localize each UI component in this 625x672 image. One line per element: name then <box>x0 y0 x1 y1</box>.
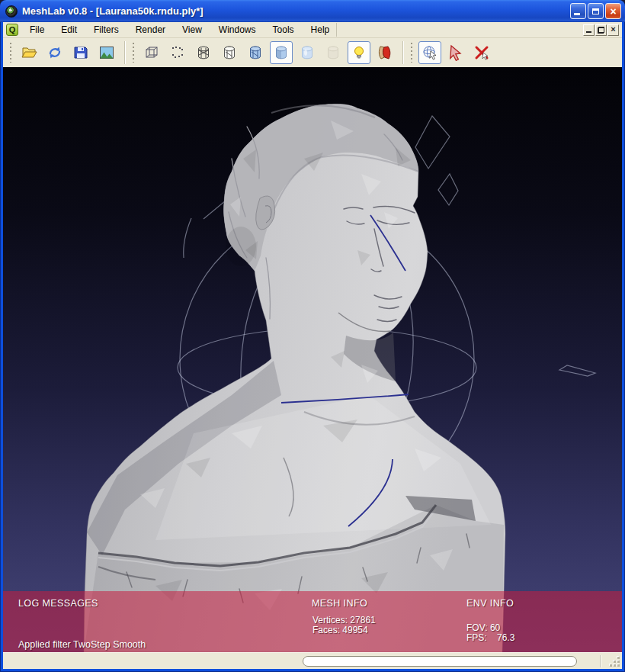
menu-filters[interactable]: Filters <box>85 23 127 37</box>
close-button[interactable]: × <box>605 3 621 19</box>
reload-mesh-button[interactable] <box>43 41 66 64</box>
open-folder-icon <box>21 44 37 61</box>
close-icon: × <box>610 6 616 17</box>
mdi-minimize-icon <box>586 31 591 33</box>
texture-icon <box>325 44 341 61</box>
delete-x-icon <box>473 44 490 61</box>
window-title: MeshLab v0.8 - [Laurana50k.rndu.ply*] <box>22 5 570 17</box>
progress-bar <box>303 656 577 667</box>
pick-arrow-icon <box>447 44 464 61</box>
trackball-handle-diamond <box>559 365 595 376</box>
mdi-restore-button[interactable] <box>595 24 607 36</box>
mesh-panel-title: MESH INFO <box>312 598 367 609</box>
light-toggle-button[interactable] <box>348 41 370 64</box>
snapshot-button[interactable] <box>95 41 118 64</box>
mesh-scene <box>3 67 622 652</box>
menu-edit[interactable]: Edit <box>53 23 85 37</box>
smooth-shading-icon <box>299 44 316 61</box>
flat-shading-mode-button[interactable] <box>270 41 293 64</box>
menu-render[interactable]: Render <box>127 23 174 37</box>
menu-file[interactable]: File <box>21 23 53 37</box>
trackball-manipulator-button[interactable] <box>418 41 441 64</box>
menu-help[interactable]: Help <box>303 23 338 37</box>
statusbar-separator <box>600 655 601 667</box>
maximize-icon <box>592 8 599 14</box>
menu-view[interactable]: View <box>174 23 210 37</box>
statusbar <box>3 652 622 669</box>
meshlab-window: MeshLab v0.8 - [Laurana50k.rndu.ply*] × … <box>0 0 625 672</box>
hidden-lines-icon <box>221 44 238 61</box>
meshlab-logo-icon <box>5 5 18 18</box>
mdi-close-icon: × <box>611 25 615 34</box>
maximize-button[interactable] <box>588 3 604 19</box>
reload-icon <box>46 44 63 61</box>
minimize-button[interactable] <box>570 3 586 19</box>
light-icon <box>351 44 367 61</box>
mdi-restore-icon <box>598 27 604 33</box>
bounding-box-mode-button[interactable] <box>140 41 163 64</box>
points-icon <box>169 44 186 61</box>
wireframe-icon <box>195 44 212 61</box>
delete-button[interactable] <box>470 41 493 64</box>
flat-lines-icon <box>247 44 264 61</box>
toolbar-drag-handle[interactable] <box>9 43 12 63</box>
toolbar-drag-handle[interactable] <box>132 43 135 63</box>
menubar: Q File Edit Filters Render View Windows … <box>3 22 622 38</box>
wireframe-mode-button[interactable] <box>192 41 215 64</box>
toolbar-separator <box>402 41 404 64</box>
pick-button[interactable] <box>444 41 467 64</box>
menu-tools[interactable]: Tools <box>264 23 303 37</box>
trackball-handle-diamond <box>415 116 450 169</box>
save-mesh-button[interactable] <box>69 41 92 64</box>
fov-value: FOV: 60 <box>466 622 500 633</box>
faces-count: Faces: 49954 <box>312 625 368 635</box>
menu-windows[interactable]: Windows <box>210 23 264 37</box>
mdi-close-button[interactable]: × <box>607 24 619 36</box>
toolbar <box>3 38 622 67</box>
open-mesh-button[interactable] <box>18 41 40 64</box>
flat-lines-mode-button[interactable] <box>244 41 267 64</box>
hidden-lines-mode-button[interactable] <box>218 41 241 64</box>
log-message: Applied filter TwoStep Smooth <box>18 639 146 650</box>
flat-shading-icon <box>273 44 290 61</box>
trackball-manipulator-icon <box>421 44 438 61</box>
toolbar-separator <box>124 41 126 64</box>
env-panel-title: ENV INFO <box>466 598 514 609</box>
texture-mode-button <box>322 41 345 64</box>
bounding-box-icon <box>143 44 160 61</box>
backface-culling-button[interactable] <box>373 41 396 64</box>
minimize-icon <box>574 13 580 15</box>
snapshot-icon <box>98 44 115 61</box>
backface-culling-icon <box>377 44 393 61</box>
fps-value: FPS: 76.3 <box>466 632 514 643</box>
viewport-3d[interactable]: LOG MESSAGES MESH INFO ENV INFO Vertices… <box>3 67 622 652</box>
smooth-shading-mode-button[interactable] <box>296 41 319 64</box>
save-floppy-icon <box>72 44 89 61</box>
log-panel-title: LOG MESSAGES <box>18 598 98 609</box>
vertices-count: Vertices: 27861 <box>312 615 376 625</box>
trackball-handle-diamond <box>438 174 458 205</box>
resize-grip-icon[interactable] <box>610 657 620 667</box>
document-icon[interactable]: Q <box>6 24 18 36</box>
points-mode-button[interactable] <box>166 41 189 64</box>
laurana-bust-mesh <box>84 104 505 652</box>
toolbar-drag-handle[interactable] <box>410 43 413 63</box>
titlebar[interactable]: MeshLab v0.8 - [Laurana50k.rndu.ply*] × <box>0 0 625 22</box>
mdi-minimize-button[interactable] <box>583 24 595 36</box>
